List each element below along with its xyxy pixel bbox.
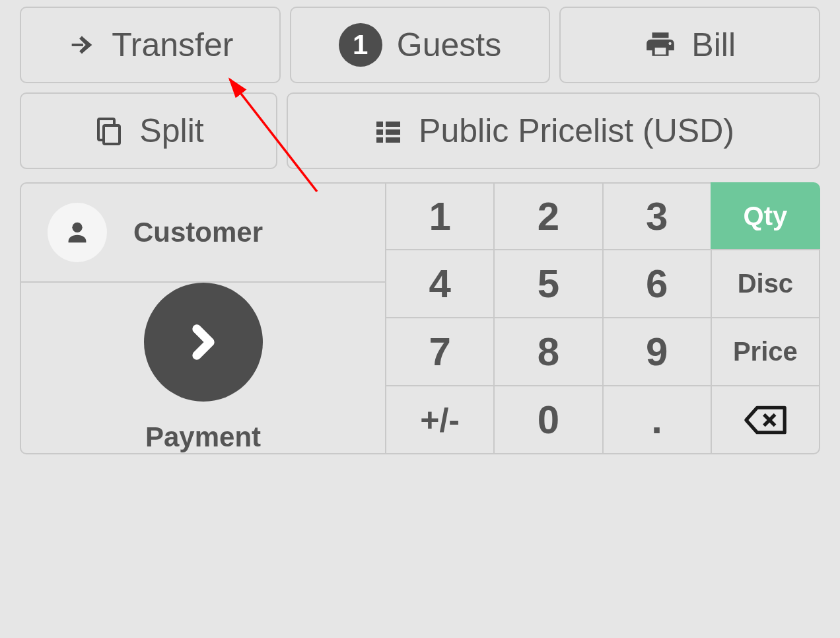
payment-label: Payment xyxy=(145,421,261,453)
backspace-icon xyxy=(742,404,788,437)
numpad-2[interactable]: 2 xyxy=(493,182,603,250)
customer-label: Customer xyxy=(133,217,263,248)
svg-rect-6 xyxy=(386,137,400,143)
numpad-0[interactable]: 0 xyxy=(493,385,603,454)
numpad-1[interactable]: 1 xyxy=(385,182,495,250)
svg-rect-5 xyxy=(376,137,383,143)
numpad-mode-price[interactable]: Price xyxy=(711,317,820,386)
list-icon xyxy=(372,115,404,147)
svg-rect-2 xyxy=(386,122,400,127)
numpad-backspace[interactable] xyxy=(711,385,820,454)
pricelist-label: Public Pricelist (USD) xyxy=(419,112,734,150)
numpad-sign[interactable]: +/- xyxy=(385,385,495,454)
svg-rect-4 xyxy=(386,129,400,135)
svg-rect-1 xyxy=(376,122,383,127)
transfer-label: Transfer xyxy=(112,26,233,64)
numpad: 1 2 3 Qty 4 5 6 Disc 7 8 9 Price +/- 0 . xyxy=(386,182,820,454)
svg-point-7 xyxy=(72,223,82,232)
printer-icon xyxy=(644,28,677,61)
svg-rect-3 xyxy=(376,129,383,135)
guests-label: Guests xyxy=(397,26,501,64)
numpad-7[interactable]: 7 xyxy=(385,317,495,386)
chevron-right-icon xyxy=(144,283,263,402)
guests-count-badge: 1 xyxy=(339,23,382,67)
numpad-mode-disc[interactable]: Disc xyxy=(711,249,820,318)
svg-rect-0 xyxy=(104,125,120,144)
copy-icon xyxy=(93,115,125,147)
transfer-button[interactable]: Transfer xyxy=(20,7,281,83)
numpad-3[interactable]: 3 xyxy=(602,182,712,250)
split-button[interactable]: Split xyxy=(20,92,277,169)
numpad-dot[interactable]: . xyxy=(602,385,712,454)
guests-button[interactable]: 1 Guests xyxy=(290,7,551,83)
user-icon xyxy=(48,203,107,262)
numpad-8[interactable]: 8 xyxy=(493,317,603,386)
numpad-6[interactable]: 6 xyxy=(602,249,712,318)
payment-button[interactable]: Payment xyxy=(20,283,386,454)
split-label: Split xyxy=(139,112,203,150)
pricelist-button[interactable]: Public Pricelist (USD) xyxy=(287,92,820,169)
arrow-right-icon xyxy=(67,30,97,60)
bill-label: Bill xyxy=(691,26,736,64)
numpad-4[interactable]: 4 xyxy=(385,249,495,318)
numpad-5[interactable]: 5 xyxy=(493,249,603,318)
customer-button[interactable]: Customer xyxy=(20,182,386,283)
bill-button[interactable]: Bill xyxy=(559,7,820,83)
numpad-9[interactable]: 9 xyxy=(602,317,712,386)
numpad-mode-qty[interactable]: Qty xyxy=(711,182,820,250)
